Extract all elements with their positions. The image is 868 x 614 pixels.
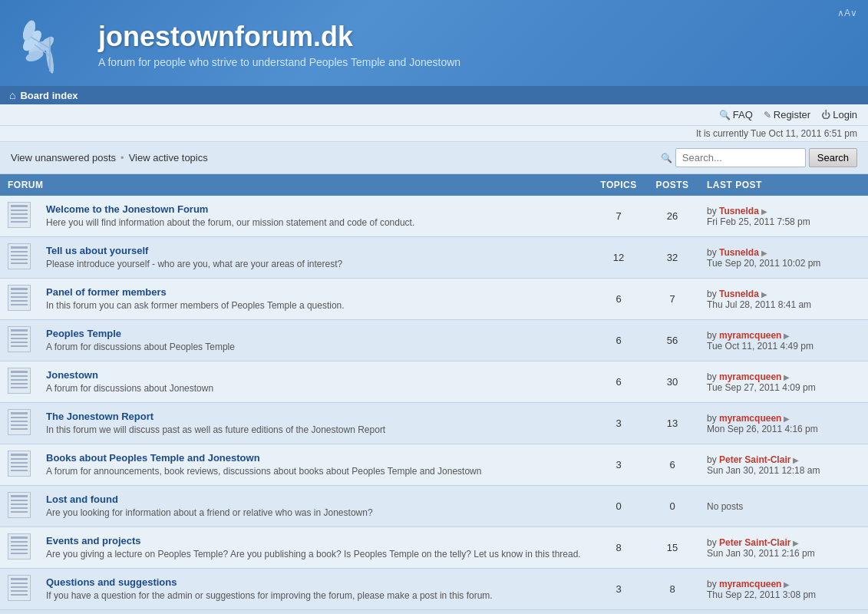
posts-count: 32 (645, 237, 699, 279)
topics-count: 3 (592, 403, 645, 444)
site-logo (15, 14, 84, 75)
forum-description: A forum for discussions about Peoples Te… (46, 342, 235, 352)
separator: • (120, 152, 124, 163)
last-post-date: Fri Feb 25, 2011 7:58 pm (707, 216, 860, 227)
view-last-post-icon[interactable]: ▶ (781, 414, 790, 423)
forum-title-link[interactable]: Jonestown (46, 369, 584, 381)
forum-table: FORUM TOPICS POSTS LAST POST Welcome to … (0, 174, 868, 610)
view-unanswered-link[interactable]: View unanswered posts (11, 152, 116, 163)
by-text: by (707, 413, 719, 424)
by-text: by (707, 537, 719, 548)
last-poster-link[interactable]: myramcqueen (719, 330, 781, 341)
last-poster-link[interactable]: Tusnelda (719, 247, 759, 258)
font-size-control[interactable]: ∧A∨ (837, 8, 857, 18)
forum-info-cell: Peoples TempleA forum for discussions ab… (38, 320, 592, 361)
last-poster-link[interactable]: myramcqueen (719, 413, 781, 424)
forum-title-link[interactable]: The Jonestown Report (46, 411, 584, 422)
forum-tbody: Welcome to the Jonestown ForumHere you w… (0, 196, 868, 610)
forum-folder-icon (8, 243, 31, 269)
faq-link[interactable]: 🔍 FAQ (719, 109, 753, 120)
forum-icon-cell (0, 527, 38, 569)
topics-count: 3 (592, 444, 645, 486)
posts-count: 30 (645, 361, 699, 403)
last-poster-link[interactable]: Peter Saint-Clair (719, 537, 790, 548)
forum-icon-cell (0, 569, 38, 610)
view-last-post-icon[interactable]: ▶ (790, 456, 799, 464)
topics-count: 6 (592, 361, 645, 403)
last-post-date: Mon Sep 26, 2011 4:16 pm (707, 424, 860, 434)
topics-count: 8 (592, 527, 645, 569)
view-links: View unanswered posts • View active topi… (11, 152, 208, 163)
last-poster-link[interactable]: myramcqueen (719, 579, 781, 589)
topics-count: 7 (592, 196, 645, 237)
posts-count: 7 (645, 279, 699, 320)
last-post-cell: by Tusnelda ▶Thu Jul 28, 2011 8:41 am (699, 279, 868, 320)
forum-description: Please introduce yourself - who are you,… (46, 259, 342, 269)
topics-count: 6 (592, 320, 645, 361)
board-index-link[interactable]: Board index (20, 90, 78, 101)
posts-count: 6 (645, 444, 699, 486)
forum-folder-icon (8, 326, 31, 352)
forum-folder-icon (8, 492, 31, 518)
search-input[interactable] (675, 148, 806, 167)
forum-title-link[interactable]: Lost and found (46, 494, 584, 505)
forum-title-link[interactable]: Welcome to the Jonestown Forum (46, 203, 584, 215)
faq-icon: 🔍 (719, 110, 731, 120)
by-text: by (707, 454, 719, 465)
forum-folder-icon (8, 409, 31, 435)
last-post-date: Thu Jul 28, 2011 8:41 am (707, 299, 860, 310)
last-poster-link[interactable]: Peter Saint-Clair (719, 454, 790, 465)
login-icon: ⏻ (821, 110, 830, 120)
login-link[interactable]: ⏻ Login (821, 109, 857, 120)
last-post-cell: by myramcqueen ▶Thu Sep 22, 2011 3:08 pm (699, 569, 868, 610)
view-active-link[interactable]: View active topics (129, 152, 208, 163)
header-text: jonestownforum.dk A forum for people who… (98, 21, 460, 68)
forum-info-cell: The Jonestown ReportIn this forum we wil… (38, 403, 592, 444)
toplinks-bar: 🔍 FAQ ✎ Register ⏻ Login (0, 104, 868, 126)
forum-folder-icon (8, 285, 31, 311)
view-last-post-icon[interactable]: ▶ (781, 332, 790, 340)
last-post-cell: by myramcqueen ▶Tue Sep 27, 2011 4:09 pm (699, 361, 868, 403)
table-row: Welcome to the Jonestown ForumHere you w… (0, 196, 868, 237)
forum-title-link[interactable]: Events and projects (46, 535, 584, 546)
forum-icon-cell (0, 444, 38, 486)
last-poster-link[interactable]: Tusnelda (719, 206, 759, 216)
search-button[interactable]: Search (809, 148, 857, 167)
view-last-post-icon[interactable]: ▶ (759, 249, 767, 257)
th-forum: FORUM (0, 174, 592, 196)
forum-title-link[interactable]: Questions and suggestions (46, 576, 584, 588)
forum-description: If you have a question for the admin or … (46, 590, 493, 601)
forum-title-link[interactable]: Books about Peoples Temple and Jonestown (46, 452, 584, 464)
view-last-post-icon[interactable]: ▶ (781, 373, 790, 381)
topics-count: 6 (592, 279, 645, 320)
forum-folder-icon (8, 202, 31, 228)
last-post-cell: by Peter Saint-Clair ▶Sun Jan 30, 2011 1… (699, 444, 868, 486)
register-link[interactable]: ✎ Register (764, 109, 810, 120)
forum-info-cell: Questions and suggestionsIf you have a q… (38, 569, 592, 610)
view-last-post-icon[interactable]: ▶ (759, 290, 767, 299)
last-post-cell: by Tusnelda ▶Fri Feb 25, 2011 7:58 pm (699, 196, 868, 237)
view-last-post-icon[interactable]: ▶ (781, 580, 790, 589)
last-poster-link[interactable]: myramcqueen (719, 371, 781, 382)
last-post-cell: by Tusnelda ▶Tue Sep 20, 2011 10:02 pm (699, 237, 868, 279)
forum-folder-icon (8, 575, 31, 601)
by-text: by (707, 371, 719, 382)
table-row: Books about Peoples Temple and Jonestown… (0, 444, 868, 486)
forum-title-link[interactable]: Tell us about yourself (46, 245, 584, 256)
view-last-post-icon[interactable]: ▶ (790, 539, 799, 547)
forum-folder-icon (8, 368, 31, 394)
topics-count: 0 (592, 486, 645, 527)
search-icon-small: 🔍 (661, 153, 672, 163)
table-row: Peoples TempleA forum for discussions ab… (0, 320, 868, 361)
view-last-post-icon[interactable]: ▶ (759, 207, 767, 216)
datetime-bar: It is currently Tue Oct 11, 2011 6:51 pm (0, 126, 868, 142)
last-post-cell: No posts (699, 486, 868, 527)
forum-description: A forum for announcements, book reviews,… (46, 466, 481, 477)
forum-title-link[interactable]: Peoples Temple (46, 328, 584, 339)
last-poster-link[interactable]: Tusnelda (719, 289, 759, 299)
posts-count: 56 (645, 320, 699, 361)
posts-count: 0 (645, 486, 699, 527)
last-post-date: Sun Jan 30, 2011 12:18 am (707, 465, 860, 476)
search-bar: View unanswered posts • View active topi… (0, 142, 868, 174)
forum-title-link[interactable]: Panel of former members (46, 286, 584, 298)
